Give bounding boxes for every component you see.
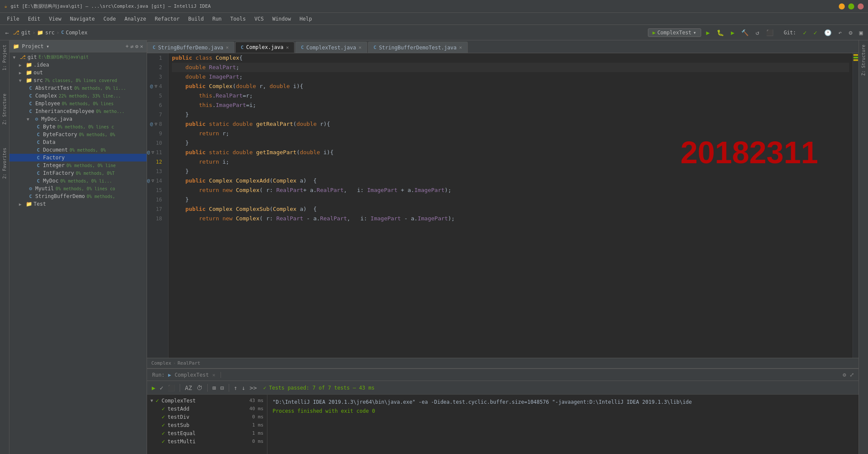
tree-item-out[interactable]: ▶ 📁 out <box>9 69 147 76</box>
menu-item-vcs[interactable]: VCS <box>251 15 267 23</box>
tree-item-factory[interactable]: C Factory <box>9 154 147 161</box>
up-icon[interactable]: ↑ <box>233 383 239 393</box>
tab-close-ct[interactable]: ✕ <box>359 45 362 50</box>
project-tree: ▼ ⎇ git E:\数据结构与java\git ▶ 📁 .idea ▶ 📁 o… <box>9 52 147 454</box>
proj-icon-sync[interactable]: ⇄ <box>130 43 133 49</box>
tree-item-byte[interactable]: C Byte 0% methods, 0% lines c <box>9 123 147 131</box>
nav-src-label[interactable]: src <box>45 30 55 36</box>
tab-complextest[interactable]: C ComplexTest.java ✕ <box>295 42 367 53</box>
tree-item-bytefactory[interactable]: C ByteFactory 0% methods, 0% <box>9 131 147 138</box>
gutter-line-5: 5 <box>147 91 166 101</box>
tree-item-myutil[interactable]: ⚙ Myutil 0% methods, 0% lines co <box>9 185 147 192</box>
tree-item-document[interactable]: C Document 0% methods, 0% <box>9 146 147 154</box>
nav-complex-label[interactable]: Complex <box>66 30 88 36</box>
proj-icon-settings[interactable]: ⚙ <box>135 43 138 49</box>
tree-item-src[interactable]: ▼ 📁 src 7% classes, 8% lines covered <box>9 76 147 84</box>
test-add-item[interactable]: ✓ testAdd 40 ms <box>147 405 267 413</box>
test-sub-item[interactable]: ✓ testSub 1 ms <box>147 421 267 429</box>
rerun-failed-icon[interactable]: ✓ <box>158 383 164 393</box>
down-icon[interactable]: ↓ <box>240 383 246 393</box>
run-config-selector[interactable]: ▶ ComplexTest ▾ <box>648 28 701 37</box>
menu-item-navigate[interactable]: Navigate <box>67 15 98 23</box>
test-root-item[interactable]: ▼ ✓ ComplexTest 43 ms <box>147 396 267 405</box>
menu-item-edit[interactable]: Edit <box>25 15 44 23</box>
btab-settings-icon[interactable]: ⚙ <box>842 371 847 379</box>
rerun-test-icon[interactable]: ▶ <box>150 383 156 393</box>
menu-item-file[interactable]: File <box>3 15 23 23</box>
tree-item-stringbufferdemo[interactable]: C StringBufferDemo 0% methods, <box>9 192 147 200</box>
structure-strip-label[interactable]: Z: Structure <box>1 91 8 127</box>
menu-item-window[interactable]: Window <box>269 15 294 23</box>
menu-item-help[interactable]: Help <box>296 15 316 23</box>
proj-icon-close[interactable]: ✕ <box>140 43 143 49</box>
tab-close-complex[interactable]: ✕ <box>286 45 289 50</box>
git-check1[interactable]: ✓ <box>801 27 808 38</box>
close-button[interactable] <box>858 3 864 9</box>
nav-back-icon[interactable]: ← <box>3 27 10 38</box>
project-strip-label[interactable]: 1: Project <box>1 42 8 73</box>
factory-label: Factory <box>43 155 65 161</box>
settings-icon[interactable]: ⚙ <box>847 27 854 38</box>
menu-item-code[interactable]: Code <box>100 15 120 23</box>
stop-test-icon[interactable]: ⬛ <box>166 383 176 393</box>
import-icon[interactable]: >> <box>248 383 258 393</box>
test-equal-item[interactable]: ✓ testEqual 1 ms <box>147 429 267 437</box>
right-structure-label[interactable]: Z: Structure <box>860 42 867 78</box>
tab-complex[interactable]: C Complex.java ✕ <box>235 42 294 53</box>
tree-item-employee[interactable]: C Employee 0% methods, 0% lines <box>9 100 147 107</box>
rerun-button[interactable]: ↺ <box>754 27 761 38</box>
debug-button[interactable]: 🐛 <box>715 27 726 38</box>
rg-mark-1 <box>853 54 858 56</box>
git-check2[interactable]: ✓ <box>812 27 819 38</box>
btab-expand-icon[interactable]: ⤢ <box>849 371 855 379</box>
menu-item-refactor[interactable]: Refactor <box>151 15 183 23</box>
git-undo[interactable]: ↶ <box>837 27 843 38</box>
tab-stringbufferdemotest[interactable]: C StringBufferDemoTest.java ✕ <box>368 42 468 53</box>
gutter-line-11: @ ▽ 11 <box>147 148 166 157</box>
run-tab-close[interactable]: ✕ <box>212 372 215 378</box>
proj-icon-add[interactable]: + <box>126 43 129 49</box>
project-dropdown-icon[interactable]: ▾ <box>46 43 49 49</box>
expand-all-icon[interactable]: ⊞ <box>211 383 217 393</box>
menu-item-view[interactable]: View <box>46 15 65 23</box>
tree-item-intfactory[interactable]: C IntFactory 0% methods, 0%T <box>9 169 147 177</box>
test-multi-item[interactable]: ✓ testMulti 0 ms <box>147 437 267 445</box>
tree-item-mydoc[interactable]: C MyDoc 0% methods, 0% li... <box>9 177 147 185</box>
tab-stringbufferdemo[interactable]: C StringBufferDemo.java ✕ <box>147 42 234 53</box>
favorites-strip-label[interactable]: 2: Favorites <box>1 145 8 181</box>
tree-item-git-root[interactable]: ▼ ⎇ git E:\数据结构与java\git <box>9 53 147 61</box>
sort-duration-icon[interactable]: ⏱ <box>195 383 204 393</box>
run-config-tab-label[interactable]: ComplexTest <box>175 372 209 378</box>
menu-item-tools[interactable]: Tools <box>227 15 249 23</box>
tab-close-sbd[interactable]: ✕ <box>226 45 229 50</box>
tab-close-sbdt[interactable]: ✕ <box>459 45 462 50</box>
run-button[interactable]: ▶ <box>705 27 712 38</box>
tree-item-data[interactable]: C Data <box>9 138 147 146</box>
tree-item-idea[interactable]: ▶ 📁 .idea <box>9 61 147 69</box>
test-div-item[interactable]: ✓ testDiv 0 ms <box>147 413 267 421</box>
tree-item-test[interactable]: ▶ 📁 Test <box>9 200 147 208</box>
nav-git-label[interactable]: git <box>21 30 31 36</box>
tree-item-abstracttest[interactable]: C AbstractTest 0% methods, 0% li... <box>9 84 147 92</box>
bc-complex[interactable]: Complex <box>151 360 171 366</box>
menu-item-run[interactable]: Run <box>209 15 225 23</box>
tree-item-complex[interactable]: C Complex 22% methods, 33% line... <box>9 92 147 100</box>
gutter-line-1: 1 <box>147 53 166 63</box>
tree-item-mydoc-file[interactable]: ▼ ⚙ MyDoc.java <box>9 115 147 123</box>
minimize-button[interactable] <box>839 3 845 9</box>
tree-item-inheritanceemployee[interactable]: C InheritanceEmployee 0% metho... <box>9 107 147 115</box>
stop-button[interactable]: ⬛ <box>764 27 775 38</box>
tree-item-integer[interactable]: C Integer 0% methods, 0% line <box>9 161 147 169</box>
collapse-all-icon[interactable]: ⊟ <box>219 383 225 393</box>
build-button[interactable]: 🔨 <box>739 27 750 38</box>
menu-item-analyze[interactable]: Analyze <box>121 15 150 23</box>
git-clock[interactable]: 🕐 <box>822 27 833 38</box>
code-area[interactable]: 20182311 public class Complex{ double Re… <box>169 53 853 358</box>
menu-item-build[interactable]: Build <box>185 15 207 23</box>
layout-icon[interactable]: ▣ <box>858 27 865 38</box>
maximize-button[interactable] <box>848 3 854 9</box>
integer-coverage: 0% methods, 0% line <box>67 163 116 168</box>
sort-alpha-icon[interactable]: AZ <box>184 383 193 393</box>
coverage-button[interactable]: ▶ <box>729 27 736 38</box>
bc-realpart[interactable]: RealPart <box>178 360 200 366</box>
